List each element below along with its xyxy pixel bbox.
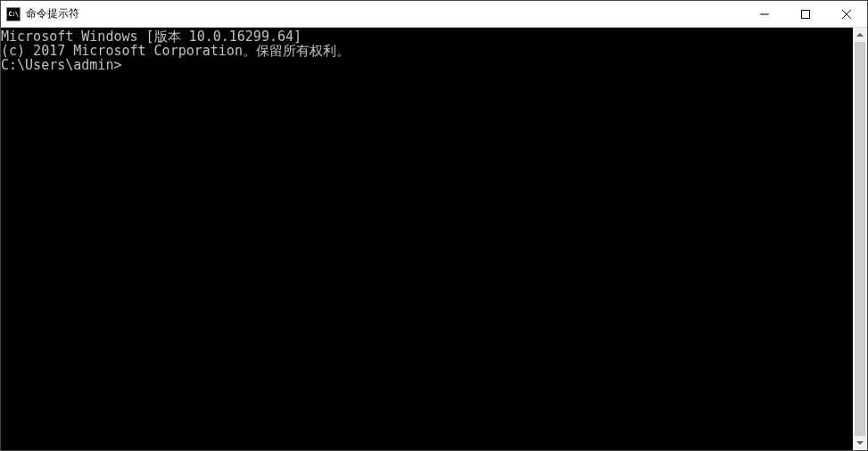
close-icon [842,10,851,19]
svg-rect-1 [802,10,810,18]
scroll-thumb[interactable] [855,42,865,436]
titlebar[interactable]: C:\ 命令提示符 [1,1,867,28]
svg-marker-5 [856,441,864,445]
window-title: 命令提示符 [26,6,79,21]
scroll-down-arrow[interactable] [853,436,867,450]
minimize-icon [760,10,769,19]
minimize-button[interactable] [744,1,785,27]
maximize-icon [801,10,810,19]
maximize-button[interactable] [785,1,826,27]
chevron-up-icon [856,33,864,37]
command-prompt-window: C:\ 命令提示符 Microsoft Windows [版本 10.0.162… [0,0,868,451]
cmd-app-icon: C:\ [6,7,21,21]
titlebar-left: C:\ 命令提示符 [1,6,79,21]
terminal-area: Microsoft Windows [版本 10.0.16299.64](c) … [1,28,867,450]
scroll-track[interactable] [853,42,867,436]
scroll-up-arrow[interactable] [853,28,867,42]
terminal-content[interactable]: Microsoft Windows [版本 10.0.16299.64](c) … [1,28,853,450]
terminal-output-line: (c) 2017 Microsoft Corporation。保留所有权利。 [1,44,853,58]
chevron-down-icon [856,441,864,445]
terminal-prompt: C:\Users\admin> [1,58,853,72]
close-button[interactable] [826,1,867,27]
terminal-output-line: Microsoft Windows [版本 10.0.16299.64] [1,29,853,44]
window-controls [744,1,867,27]
svg-marker-4 [856,33,864,37]
vertical-scrollbar[interactable] [853,28,867,450]
